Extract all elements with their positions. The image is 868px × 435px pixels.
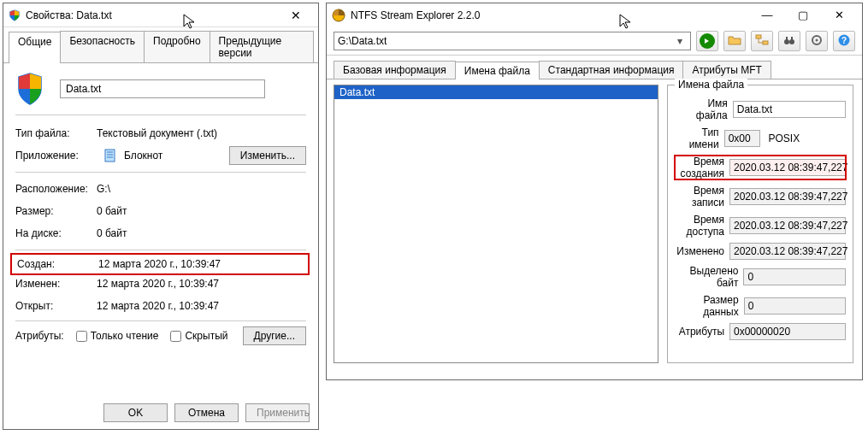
binoculars-icon — [782, 33, 796, 50]
open-folder-button[interactable] — [723, 31, 746, 51]
folder-open-icon — [728, 33, 741, 50]
label-location: Расположение: — [15, 183, 97, 195]
notepad-icon — [103, 149, 117, 162]
ntfs-explorer-window: NTFS Stream Explorer 2.2.0 — ▢ ✕ G:\Data… — [326, 3, 863, 380]
shield-icon — [9, 9, 21, 21]
tab-mft-attributes[interactable]: Атрибуты MFT — [682, 61, 771, 79]
value-write-time: 2020.03.12 08:39:47,227 — [729, 188, 846, 205]
value-modified: 12 марта 2020 г., 10:39:47 — [97, 278, 219, 290]
properties-title: Свойства: Data.txt — [26, 9, 112, 21]
value-size-on-disk: 0 байт — [97, 227, 127, 239]
close-button[interactable]: ✕ — [821, 6, 857, 25]
tab-details[interactable]: Подробно — [144, 31, 210, 62]
help-button[interactable]: ? — [833, 31, 855, 51]
checkbox-hidden[interactable]: Скрытый — [170, 330, 227, 342]
value-posix: POSIX — [769, 132, 800, 144]
label-attributes: Атрибуты: — [15, 330, 64, 342]
tab-standard-info[interactable]: Стандартная информация — [539, 61, 684, 79]
explorer-titlebar[interactable]: NTFS Stream Explorer 2.2.0 — ▢ ✕ — [327, 3, 862, 27]
path-value: G:\Data.txt — [338, 35, 673, 47]
properties-titlebar[interactable]: Свойства: Data.txt ✕ — [3, 3, 318, 27]
value-allocated-bytes: 0 — [743, 268, 846, 285]
label-file-type: Тип файла: — [15, 127, 97, 139]
tab-general[interactable]: Общие — [9, 32, 61, 63]
arrow-right-icon — [700, 33, 715, 49]
svg-rect-6 — [763, 41, 768, 44]
ok-button[interactable]: OK — [103, 403, 168, 422]
panel-legend: Имена файла — [675, 79, 747, 91]
label-data-size: Размер данных — [675, 294, 739, 318]
help-icon: ? — [837, 33, 851, 50]
label-allocated-bytes: Выделено байт — [675, 265, 738, 289]
app-icon — [332, 9, 345, 22]
svg-text:?: ? — [841, 36, 847, 45]
value-access-time: 2020.03.12 08:39:47,227 — [729, 217, 846, 234]
explorer-title: NTFS Stream Explorer 2.2.0 — [351, 9, 480, 21]
file-type-icon — [15, 72, 44, 106]
go-button[interactable] — [696, 31, 718, 51]
minimize-button[interactable]: — — [749, 6, 785, 25]
tab-basic-info[interactable]: Базовая информация — [334, 61, 456, 79]
value-file-type: Текстовый документ (.txt) — [97, 127, 217, 139]
change-app-button[interactable]: Изменить... — [229, 146, 306, 165]
label-access-time: Время доступа — [675, 214, 724, 238]
tab-file-names[interactable]: Имена файла — [455, 62, 540, 79]
filename-input[interactable] — [60, 79, 265, 98]
tab-previous-versions[interactable]: Предыдущие версии — [210, 31, 314, 62]
properties-dialog: Свойства: Data.txt ✕ Общие Безопасность … — [3, 3, 319, 430]
tree-button[interactable] — [751, 31, 773, 51]
file-names-panel: Имена файла Имя файла Data.txt Тип имени… — [667, 85, 853, 363]
value-accessed: 12 марта 2020 г., 10:39:47 — [97, 300, 219, 312]
label-size-on-disk: На диске: — [15, 227, 97, 239]
value-size: 0 байт — [97, 205, 127, 217]
checkbox-readonly-input[interactable] — [76, 331, 87, 342]
svg-rect-0 — [105, 150, 115, 162]
value-file-name[interactable]: Data.txt — [733, 101, 846, 118]
value-name-type: 0x00 — [724, 130, 760, 147]
label-created: Создан: — [17, 258, 98, 270]
properties-tabs: Общие Безопасность Подробно Предыдущие в… — [3, 27, 318, 63]
value-created: 12 марта 2020 г., 10:39:47 — [98, 258, 221, 270]
cancel-button[interactable]: Отмена — [174, 403, 239, 422]
value-data-size: 0 — [744, 297, 846, 314]
gear-icon — [810, 33, 824, 50]
checkbox-hidden-label: Скрытый — [185, 330, 227, 342]
find-button[interactable] — [778, 31, 800, 51]
svg-rect-10 — [791, 37, 793, 40]
label-accessed: Открыт: — [15, 300, 97, 312]
checkbox-readonly[interactable]: Только чтение — [76, 330, 159, 342]
apply-button[interactable]: Применить — [245, 403, 310, 422]
value-attributes: 0x00000020 — [729, 323, 846, 340]
path-combobox[interactable]: G:\Data.txt ▾ — [334, 32, 691, 50]
label-modified: Изменен: — [15, 278, 97, 290]
toolbar: G:\Data.txt ▾ — [327, 27, 862, 56]
svg-point-12 — [816, 38, 818, 41]
label-application: Приложение: — [15, 150, 97, 162]
label-name-type: Тип имени — [675, 126, 719, 150]
close-button[interactable]: ✕ — [279, 7, 313, 24]
list-item[interactable]: Data.txt — [334, 85, 658, 99]
tab-security[interactable]: Безопасность — [60, 31, 145, 62]
row-creation-time-highlight: Время создания 2020.03.12 08:39:47,227 — [675, 156, 846, 179]
label-file-name: Имя файла — [675, 97, 728, 121]
settings-button[interactable] — [806, 31, 828, 51]
value-application: Блокнот — [124, 150, 162, 162]
label-write-time: Время записи — [675, 185, 724, 209]
label-attributes: Атрибуты — [679, 326, 724, 338]
label-changed-time: Изменено — [676, 245, 724, 257]
value-location: G:\ — [97, 183, 110, 195]
chevron-down-icon[interactable]: ▾ — [673, 35, 687, 47]
label-size: Размер: — [15, 205, 97, 217]
other-attributes-button[interactable]: Другие... — [243, 326, 306, 345]
folder-tree-icon — [755, 33, 769, 50]
explorer-tabs: Базовая информация Имена файла Стандартн… — [327, 56, 862, 79]
checkbox-hidden-input[interactable] — [170, 331, 181, 342]
value-creation-time: 2020.03.12 08:39:47,227 — [729, 159, 846, 176]
stream-list[interactable]: Data.txt — [334, 85, 658, 363]
value-changed-time: 2020.03.12 08:39:47,227 — [729, 243, 846, 260]
label-creation-time: Время создания — [675, 156, 724, 179]
checkbox-readonly-label: Только чтение — [91, 330, 159, 342]
svg-rect-5 — [756, 35, 761, 38]
svg-rect-9 — [786, 37, 788, 40]
maximize-button[interactable]: ▢ — [785, 6, 821, 25]
